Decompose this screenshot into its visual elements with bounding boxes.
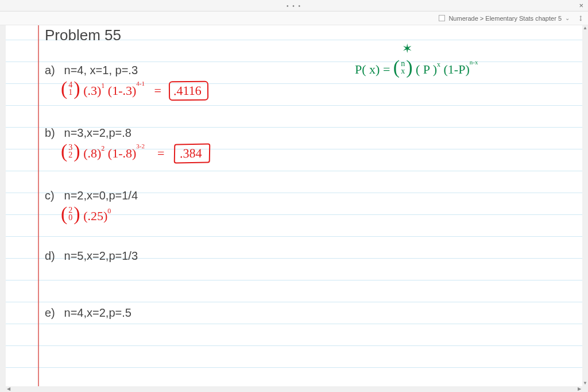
b-e1: 2 [101,144,105,152]
item-a-label: a) [45,64,61,77]
item-c: c) n=2,x=0,p=1/4 ( 20 ) (.25)0 [45,189,577,202]
c-e1: 0 [107,207,111,215]
item-b-text: n=3,x=2,p=.8 [64,126,131,139]
item-b: b) n=3,x=2,p=.8 ( 32 ) (.8)2 (1-.8)3-2 =… [45,126,577,140]
titlebar-menu-dots[interactable]: • • • [287,2,301,9]
close-icon[interactable]: × [579,1,583,10]
item-b-binom: ( 32 ) [61,143,80,160]
item-a-work: ( 41 ) (.3)1 (1-.3)4-1 = .4116 [61,80,208,101]
b-ans-val: .384 [180,146,202,161]
b-t2: (1-.8) [108,146,136,160]
a-t2: (1-.3) [108,83,136,98]
item-a-answer: .4116 [169,81,208,101]
margin-line [38,25,39,386]
b-e2: 3-2 [136,143,145,149]
page-title: Problem 55 [45,26,577,44]
a-eq: = [154,83,161,98]
item-c-binom: ( 20 ) [61,205,80,222]
horizontal-scrollbar[interactable]: ◀ ▶ [6,386,582,392]
item-e-label: e) [45,306,61,320]
item-b-answer: .384 [174,143,210,163]
item-b-work: ( 32 ) (.8)2 (1-.8)3-2 = .384 [61,143,210,163]
item-a-text: n=4, x=1, p=.3 [64,64,138,76]
item-b-label: b) [45,126,61,140]
item-c-work: ( 20 ) (.25)0 [61,205,111,224]
item-c-label: c) [45,189,61,202]
reference-tab[interactable]: Numerade > Elementary Stats chapter 5 ⌄ [435,14,573,23]
vertical-scrollbar[interactable]: ▲ ▼ [582,25,588,386]
a-ans-val: .4116 [173,83,202,98]
item-a: a) n=4, x=1, p=.3 ( 41 ) (.3)1 (1-.3)4-1… [45,64,577,77]
a-bn-bot: 1 [68,89,72,96]
item-d-label: d) [45,249,61,263]
scroll-left-icon[interactable]: ◀ [6,386,11,392]
item-e: e) n=4,x=2,p=.5 [45,306,577,320]
reference-bar: Numerade > Elementary Stats chapter 5 ⌄ … [0,11,588,25]
note-content: Problem 55 ✶ P( x) = ( nx ) ( P )x (1-P)… [45,26,577,369]
scroll-down-icon[interactable]: ▼ [582,381,588,386]
a-e1: 1 [101,82,105,90]
chevron-down-icon[interactable]: ⌄ [565,15,570,21]
a-e2: 4-1 [136,80,145,87]
expand-icon[interactable]: ⤡ [576,13,586,23]
c-t1: (.25) [83,209,107,223]
b-bn-bot: 2 [68,151,72,159]
note-canvas[interactable]: Problem 55 ✶ P( x) = ( nx ) ( P )x (1-P)… [6,25,582,386]
item-d-text: n=5,x=2,p=1/3 [64,249,138,262]
c-bn-bot: 0 [68,214,72,221]
item-c-text: n=2,x=0,p=1/4 [64,189,138,202]
scroll-up-icon[interactable]: ▲ [582,25,588,31]
b-eq: = [157,146,164,160]
a-t1: (.3) [83,83,101,98]
item-d: d) n=5,x=2,p=1/3 [45,249,577,263]
item-e-text: n=4,x=2,p=.5 [64,306,131,319]
item-a-binom: ( 41 ) [61,80,80,97]
reference-text: Numerade > Elementary Stats chapter 5 [448,15,562,22]
scroll-right-icon[interactable]: ▶ [577,386,582,392]
star-icon: ✶ [402,41,412,56]
titlebar: • • • × [0,0,588,11]
reference-checkbox[interactable] [439,15,445,21]
b-t1: (.8) [83,146,101,160]
